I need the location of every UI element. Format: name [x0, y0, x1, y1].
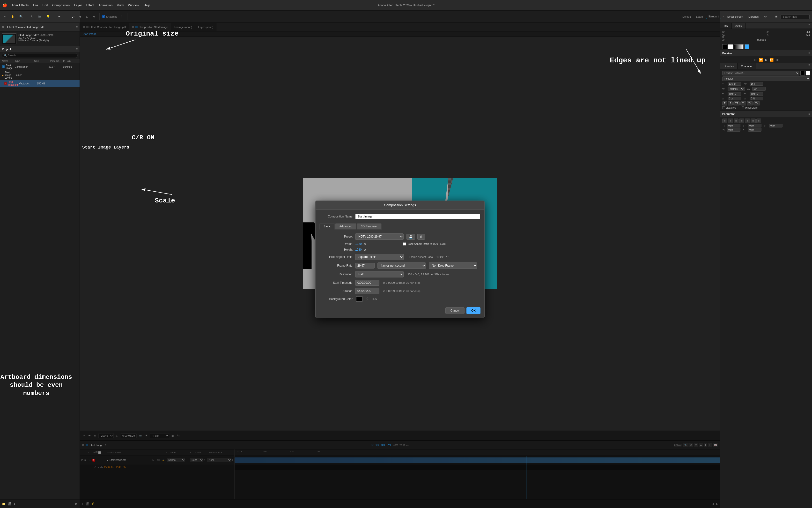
char-panel-menu[interactable]: ≡ [808, 64, 812, 69]
char-sub-btn[interactable]: T₊ [754, 101, 760, 105]
para-justify-right-btn[interactable]: ≡ [751, 119, 756, 123]
file-row-start-image-layers[interactable]: ▶ Start Image Layers Folder [0, 71, 80, 80]
info-panel-menu[interactable]: ≡ [808, 23, 812, 29]
para-left-indent-input[interactable] [727, 124, 740, 127]
char-font-select[interactable]: Franklin Gothic B... [722, 71, 800, 76]
menu-composition[interactable]: Composition [52, 3, 70, 7]
menu-effect[interactable]: Effect [86, 3, 94, 7]
char-super-btn[interactable]: T⁺ [747, 101, 753, 105]
char-style-select[interactable]: Regular Bold Italic [722, 77, 810, 81]
char-baseline-input[interactable] [728, 97, 741, 100]
para-justify-btn[interactable]: ≡ [739, 119, 744, 123]
new-folder-btn[interactable]: 📁 [2, 502, 6, 506]
tool-hand[interactable]: ✋ [9, 14, 16, 19]
menu-aftereffects[interactable]: After Effects [12, 3, 29, 7]
para-align-left-btn[interactable]: ≡ [722, 119, 727, 123]
dialog-ok-btn[interactable]: OK [466, 307, 481, 314]
char-allcaps-btn[interactable]: TT [733, 101, 740, 105]
project-search-input[interactable] [8, 54, 76, 57]
dialog-fr-unit-select[interactable]: frames per second [377, 262, 426, 269]
tool-zoom[interactable]: 🔍 [18, 14, 25, 19]
effect-controls-tab[interactable]: Effect Controls Start Image.pdf [6, 25, 45, 29]
para-space-before-input[interactable] [727, 128, 740, 132]
para-right-indent-input[interactable] [748, 124, 762, 127]
color-swatch[interactable] [745, 44, 750, 49]
preview-prev-btn[interactable]: ⏪ [759, 58, 763, 62]
dialog-height-value[interactable]: 1080 [355, 248, 362, 251]
preview-menu[interactable]: ≡ [808, 51, 810, 55]
preview-first-btn[interactable]: ⏮ [754, 58, 757, 62]
preview-next-btn[interactable]: ⏩ [769, 58, 774, 62]
tab-character[interactable]: Character [737, 64, 756, 69]
dialog-tab-basic[interactable]: Basic [319, 223, 335, 229]
char-leading-input[interactable] [750, 82, 763, 86]
dialog-par-select[interactable]: Square Pixels D1/DV NTSC (0.91) [355, 254, 404, 260]
file-dropdown-btn[interactable]: ▾ used 1 time [38, 33, 53, 37]
tool-light[interactable]: 💡 [45, 14, 51, 19]
menu-file[interactable]: File [33, 3, 38, 7]
dialog-width-value[interactable]: 1920 [355, 242, 362, 246]
dialog-tab-3d[interactable]: 3D Renderer [357, 223, 382, 229]
dialog-lock-aspect-checkbox[interactable] [403, 242, 406, 246]
para-align-right-btn[interactable]: ≡ [734, 119, 738, 123]
project-search-box[interactable]: 🔍 [2, 53, 78, 58]
col-header-name[interactable]: Name [2, 60, 15, 62]
tool-brush[interactable]: 🖌 [70, 14, 76, 19]
dialog-bgcolor-eyedropper[interactable]: 🖊 [365, 297, 369, 301]
paragraph-menu[interactable]: ≡ [808, 112, 810, 116]
dialog-res-select[interactable]: Half Full Quarter Third [355, 271, 404, 278]
preview-play-btn[interactable]: ▶ [765, 58, 768, 62]
char-stroke-color[interactable] [806, 71, 810, 76]
tool-pen[interactable]: ✒ [56, 14, 62, 19]
workspace-smallscreen[interactable]: Small Screen [725, 14, 745, 19]
menu-window[interactable]: Window [128, 3, 139, 7]
dialog-preset-select[interactable]: HDTV 1080 29.97 HDTV 1080 25 HDTV 720 29… [355, 234, 404, 240]
search-help-input[interactable] [780, 14, 810, 19]
workspace-libraries[interactable]: Libraries [747, 14, 761, 19]
tab-audio[interactable]: Audio [732, 23, 746, 29]
tab-info[interactable]: Info [720, 23, 732, 29]
dialog-bgcolor-swatch[interactable] [356, 296, 362, 302]
foreground-swatch[interactable] [722, 44, 727, 49]
dialog-cancel-btn[interactable]: Cancel [445, 307, 464, 314]
dialog-compname-input[interactable] [355, 214, 481, 219]
char-hindi-checkbox[interactable] [741, 107, 744, 109]
menu-layer[interactable]: Layer [74, 3, 82, 7]
file-thumbnail[interactable] [2, 33, 16, 44]
preview-last-btn[interactable]: ⏭ [775, 58, 779, 62]
char-lig-checkbox[interactable] [722, 107, 725, 109]
char-horiz-scale-input[interactable] [728, 92, 741, 96]
char-size-input[interactable] [728, 82, 741, 86]
dialog-preset-delete-btn[interactable]: 🗑 [417, 234, 425, 240]
tool-rotate[interactable]: ↻ [30, 14, 35, 19]
char-italic-btn[interactable]: T [728, 101, 733, 105]
effect-controls-close[interactable]: ✕ [2, 26, 4, 29]
char-kerning-input[interactable] [752, 87, 766, 91]
delete-btn[interactable]: 🗑 [75, 502, 78, 506]
workspace-overflow[interactable]: >> [762, 14, 768, 19]
import-btn[interactable]: ⬇ [13, 502, 15, 506]
dialog-preset-save-btn[interactable]: 💾 [406, 234, 415, 240]
dialog-start-tc-input[interactable] [355, 280, 379, 286]
new-comp-btn[interactable]: 🎬 [7, 502, 11, 506]
apple-menu[interactable]: 🍎 [2, 3, 7, 7]
char-tsume-input[interactable] [750, 97, 763, 100]
menu-edit[interactable]: Edit [43, 3, 48, 7]
gradient-swatch[interactable] [734, 44, 743, 49]
char-metrics-select[interactable]: Metrics Optical [728, 87, 745, 91]
para-first-line-input[interactable] [769, 124, 782, 127]
file-row-start-image-comp[interactable]: C Start Image Composition 29.97 0:00:0.0 [0, 64, 80, 71]
menu-help[interactable]: Help [144, 3, 150, 7]
char-vert-scale-input[interactable] [750, 92, 763, 96]
para-justify-all-btn[interactable]: ≡ [756, 119, 761, 123]
dialog-fr-type-select[interactable]: Non-Drop Frame Drop Frame [429, 262, 477, 269]
char-smallcaps-btn[interactable]: Tt [740, 101, 746, 105]
menu-animation[interactable]: Animation [99, 3, 113, 7]
background-swatch[interactable] [728, 44, 733, 49]
tool-camera[interactable]: 📷 [37, 14, 43, 19]
maximize-panel[interactable]: ⊞ [774, 14, 779, 19]
tool-text[interactable]: T [63, 14, 69, 19]
dialog-duration-input[interactable] [355, 288, 379, 294]
project-panel-menu[interactable]: ≡ [76, 47, 78, 51]
para-space-after-input[interactable] [748, 128, 762, 132]
